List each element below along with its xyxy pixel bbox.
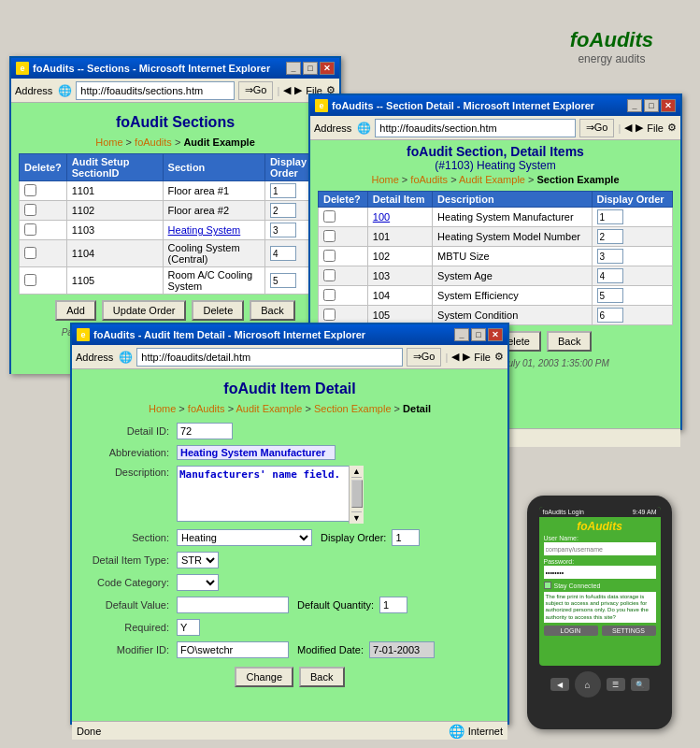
section-detail-address-bar[interactable]: http://foaudits/section.htm [375,119,575,137]
sd-row-desc: Heating System Manufacturer [433,208,592,227]
sd-row-order[interactable] [592,286,673,306]
d-bc-section[interactable]: Section Example [314,403,392,414]
sd-row-delete-checkbox[interactable] [319,208,368,227]
sections-back-icon[interactable]: ◀ [283,84,291,96]
sections-globe-icon: 🌐 [58,84,72,97]
sd-bc-foaudits[interactable]: foAudits [410,174,448,185]
row-id: 1103 [66,221,163,240]
section-link[interactable]: Heating System [168,224,241,236]
sections-add-btn[interactable]: Add [55,300,96,321]
section-detail-close-btn[interactable]: ✕ [661,99,676,112]
phone-settings-btn[interactable]: SETTINGS [602,626,656,636]
d-bc-foaudits[interactable]: foAudits [188,403,225,414]
sd-row-order[interactable] [592,227,673,247]
section-detail-nav-sep: | [618,122,621,134]
sections-minimize-btn[interactable]: _ [286,62,301,75]
phone-nav-bar: ◀ ⌂ ☰ 🔍 [550,671,650,698]
section-detail-fwd-icon[interactable]: ▶ [636,122,643,134]
phone-password-input[interactable] [544,566,656,579]
row-section: Cooling System (Central) [163,240,264,267]
sd-row-order[interactable] [592,208,673,227]
modified-date-input[interactable] [369,641,435,658]
sd-row-delete-checkbox[interactable] [319,227,368,247]
default-qty-input[interactable] [379,597,407,613]
detail-minimize-btn[interactable]: _ [454,328,469,341]
sd-row-order[interactable] [592,306,673,325]
display-order-input[interactable] [392,529,420,546]
sections-win-controls[interactable]: _ □ ✕ [286,62,335,75]
sections-close-btn[interactable]: ✕ [320,62,335,75]
sections-bc-home[interactable]: Home [95,137,122,148]
sections-table: Delete? Audit Setup SectionID Section Di… [19,153,332,295]
detail-back-btn[interactable]: Back [299,667,344,687]
section-detail-maximize-btn[interactable]: □ [644,99,659,112]
sd-col-desc: Description [433,192,592,208]
detail-address-bar[interactable]: http://foaudits/detail.htm [136,348,402,367]
detail-address-text: http://foaudits/detail.htm [141,352,250,363]
sections-back-btn[interactable]: Back [250,300,294,321]
phone-search-btn[interactable]: 🔍 [631,678,650,691]
section-detail-back-icon[interactable]: ◀ [624,122,632,134]
phone-home-btn[interactable]: ⌂ [575,671,601,698]
detail-close-btn[interactable]: ✕ [488,328,503,341]
modifier-id-input[interactable] [177,641,289,658]
detail-titlebar: e foAudits - Audit Item Detail - Microso… [72,324,507,345]
row-delete-checkbox[interactable] [20,221,67,240]
phone-username-input[interactable] [544,542,656,555]
sd-row-delete-checkbox[interactable] [319,286,368,306]
detail-link[interactable]: 100 [373,211,390,223]
sections-go-btn[interactable]: ⇒Go [238,81,274,100]
section-detail-win-controls[interactable]: _ □ ✕ [627,99,676,112]
default-value-input[interactable] [177,597,289,613]
d-bc-home[interactable]: Home [149,403,176,414]
phone-remember-checkbox[interactable] [544,582,551,589]
section-detail-tools-icon[interactable]: ⚙ [667,122,677,134]
scrollbar-down-btn[interactable]: ▼ [351,511,362,524]
phone-username-label: User Name: [544,535,656,541]
row-delete-checkbox[interactable] [20,181,67,201]
scrollbar-thumb[interactable] [351,480,363,508]
phone-back-btn[interactable]: ◀ [550,678,569,691]
phone-menu-btn[interactable]: ☰ [607,678,625,691]
section-detail-go-btn[interactable]: ⇒Go [579,119,615,137]
sections-address-bar[interactable]: http://foaudits/sections.htm [76,81,234,100]
detail-back-icon[interactable]: ◀ [451,351,459,363]
sd-bc-home[interactable]: Home [371,174,398,185]
detail-item-type-select[interactable]: STR NUM COD [177,552,219,568]
sections-bc-foaudits[interactable]: foAudits [135,137,172,148]
description-textarea[interactable]: Manufacturers' name field. [177,466,364,522]
sd-row-id[interactable]: 100 [367,208,432,227]
sections-maximize-btn[interactable]: □ [303,62,318,75]
code-category-select[interactable] [177,574,219,591]
sd-row-order[interactable] [592,266,673,286]
sd-row-delete-checkbox[interactable] [319,266,368,286]
phone-login-btn[interactable]: LOGIN [544,626,598,636]
detail-fwd-icon[interactable]: ▶ [463,351,470,363]
sd-row-order[interactable] [592,247,673,266]
row-delete-checkbox[interactable] [20,267,67,295]
required-input[interactable] [177,619,200,636]
detail-win-controls[interactable]: _ □ ✕ [454,328,503,341]
detail-maximize-btn[interactable]: □ [471,328,486,341]
scrollbar-up-btn[interactable]: ▲ [351,466,362,478]
detail-id-input[interactable] [177,423,233,439]
section-select[interactable]: Heating Cooling System (Central) Floor a… [177,529,312,546]
section-detail-minimize-btn[interactable]: _ [627,99,642,112]
sd-back-btn[interactable]: Back [547,331,592,352]
sections-fwd-icon[interactable]: ▶ [294,84,302,96]
sections-delete-btn[interactable]: Delete [192,300,244,321]
d-bc-audit[interactable]: Audit Example [236,403,303,414]
detail-change-btn[interactable]: Change [235,667,293,687]
d-bc-current: Detail [403,403,431,414]
row-delete-checkbox[interactable] [20,240,67,267]
sd-row-delete-checkbox[interactable] [319,247,368,266]
detail-tools-icon[interactable]: ⚙ [494,351,504,363]
row-delete-checkbox[interactable] [20,201,67,221]
row-section[interactable]: Heating System [163,221,264,240]
detail-content: foAudit Item Detail Home > foAudits > Au… [72,369,507,721]
sections-update-order-btn[interactable]: Update Order [102,300,187,321]
sd-bc-audit[interactable]: Audit Example [459,174,525,185]
phone-remember-label: Stay Connected [554,583,601,589]
row-id: 1101 [66,181,163,201]
detail-go-btn[interactable]: ⇒Go [407,348,442,367]
